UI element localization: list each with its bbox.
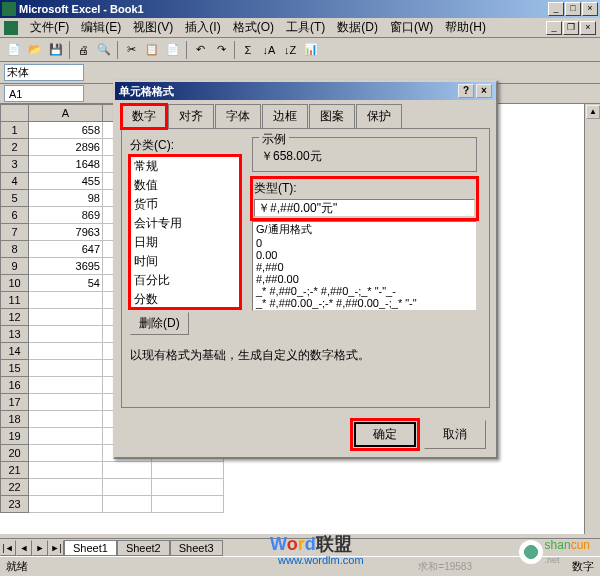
type-listbox[interactable]: G/通用格式 0 0.00 #,##0 #,##0.00 _* #,##0_-;… (252, 221, 477, 311)
category-item[interactable]: 会计专用 (131, 214, 239, 233)
menu-window[interactable]: 窗口(W) (384, 17, 439, 38)
type-item[interactable]: #,##0.00 (253, 273, 476, 285)
row-header[interactable]: 3 (1, 156, 29, 173)
row-header[interactable]: 10 (1, 275, 29, 292)
menu-data[interactable]: 数据(D) (331, 17, 384, 38)
type-item[interactable]: 0 (253, 237, 476, 249)
menu-edit[interactable]: 编辑(E) (75, 17, 127, 38)
new-icon[interactable]: 📄 (4, 40, 24, 60)
cell[interactable]: 98 (29, 190, 103, 207)
cell[interactable] (29, 428, 103, 445)
cell[interactable] (29, 309, 103, 326)
cell[interactable] (29, 360, 103, 377)
dialog-close-button[interactable]: × (476, 84, 492, 98)
cell[interactable] (152, 496, 224, 513)
type-item[interactable]: #,##0 (253, 261, 476, 273)
type-item[interactable]: 0.00 (253, 249, 476, 261)
name-box[interactable]: A1 (4, 85, 84, 102)
cell[interactable]: 647 (29, 241, 103, 258)
chart-icon[interactable]: 📊 (301, 40, 321, 60)
category-item[interactable]: 百分比 (131, 271, 239, 290)
category-listbox[interactable]: 常规 数值 货币 会计专用 日期 时间 百分比 分数 科学记数 文本 特殊 自定… (130, 156, 240, 308)
cell[interactable]: 2896 (29, 139, 103, 156)
doc-close-button[interactable]: × (580, 21, 596, 35)
sheet-last-icon[interactable]: ►| (48, 540, 64, 556)
row-header[interactable]: 17 (1, 394, 29, 411)
row-header[interactable]: 19 (1, 428, 29, 445)
row-header[interactable]: 1 (1, 122, 29, 139)
open-icon[interactable]: 📂 (25, 40, 45, 60)
category-item[interactable]: 日期 (131, 233, 239, 252)
tab-number[interactable]: 数字 (121, 104, 167, 129)
row-header[interactable]: 2 (1, 139, 29, 156)
cell[interactable] (103, 462, 152, 479)
vertical-scrollbar[interactable]: ▲ (584, 104, 600, 534)
cell[interactable]: 3695 (29, 258, 103, 275)
menu-tools[interactable]: 工具(T) (280, 17, 331, 38)
cell[interactable] (103, 496, 152, 513)
scroll-up-icon[interactable]: ▲ (586, 105, 600, 119)
col-header-a[interactable]: A (29, 105, 103, 122)
cell[interactable] (152, 479, 224, 496)
cell[interactable] (152, 462, 224, 479)
row-header[interactable]: 5 (1, 190, 29, 207)
redo-icon[interactable]: ↷ (211, 40, 231, 60)
category-item[interactable]: 分数 (131, 290, 239, 308)
tab-protect[interactable]: 保护 (356, 104, 402, 128)
menu-file[interactable]: 文件(F) (24, 17, 75, 38)
cancel-button[interactable]: 取消 (424, 420, 486, 449)
print-icon[interactable]: 🖨 (73, 40, 93, 60)
sheet-next-icon[interactable]: ► (32, 540, 48, 556)
category-item[interactable]: 数值 (131, 176, 239, 195)
tab-align[interactable]: 对齐 (168, 104, 214, 128)
delete-button[interactable]: 删除(D) (130, 312, 189, 335)
type-item[interactable]: G/通用格式 (253, 222, 476, 237)
type-item[interactable]: _* #,##0_-;-* #,##0_-;_* "-"_- (253, 285, 476, 297)
undo-icon[interactable]: ↶ (190, 40, 210, 60)
sheet-tab-2[interactable]: Sheet2 (117, 540, 170, 556)
tab-pattern[interactable]: 图案 (309, 104, 355, 128)
minimize-button[interactable]: _ (548, 2, 564, 16)
cell[interactable] (29, 496, 103, 513)
menu-format[interactable]: 格式(O) (227, 17, 280, 38)
sheet-first-icon[interactable]: |◄ (0, 540, 16, 556)
row-header[interactable]: 18 (1, 411, 29, 428)
app-icon[interactable] (4, 21, 18, 35)
cell[interactable] (29, 394, 103, 411)
sheet-tab-3[interactable]: Sheet3 (170, 540, 223, 556)
sum-icon[interactable]: Σ (238, 40, 258, 60)
select-all-corner[interactable] (1, 105, 29, 122)
doc-minimize-button[interactable]: _ (546, 21, 562, 35)
menu-view[interactable]: 视图(V) (127, 17, 179, 38)
row-header[interactable]: 6 (1, 207, 29, 224)
row-header[interactable]: 22 (1, 479, 29, 496)
sheet-tab-1[interactable]: Sheet1 (64, 540, 117, 556)
category-item[interactable]: 时间 (131, 252, 239, 271)
cell[interactable]: 54 (29, 275, 103, 292)
sort-desc-icon[interactable]: ↓Z (280, 40, 300, 60)
row-header[interactable]: 20 (1, 445, 29, 462)
save-icon[interactable]: 💾 (46, 40, 66, 60)
tab-border[interactable]: 边框 (262, 104, 308, 128)
doc-restore-button[interactable]: ❐ (563, 21, 579, 35)
font-name-combo[interactable]: 宋体 (4, 64, 84, 81)
sort-asc-icon[interactable]: ↓A (259, 40, 279, 60)
type-input[interactable] (254, 199, 475, 217)
cell[interactable] (103, 479, 152, 496)
cell[interactable] (29, 377, 103, 394)
cut-icon[interactable]: ✂ (121, 40, 141, 60)
row-header[interactable]: 16 (1, 377, 29, 394)
category-item[interactable]: 常规 (131, 157, 239, 176)
dialog-help-button[interactable]: ? (458, 84, 474, 98)
cell[interactable] (29, 462, 103, 479)
cell[interactable]: 869 (29, 207, 103, 224)
row-header[interactable]: 21 (1, 462, 29, 479)
menu-insert[interactable]: 插入(I) (179, 17, 226, 38)
row-header[interactable]: 12 (1, 309, 29, 326)
cell[interactable]: 455 (29, 173, 103, 190)
tab-font[interactable]: 字体 (215, 104, 261, 128)
dialog-titlebar[interactable]: 单元格格式 ? × (115, 82, 496, 100)
preview-icon[interactable]: 🔍 (94, 40, 114, 60)
cell[interactable] (29, 411, 103, 428)
row-header[interactable]: 14 (1, 343, 29, 360)
